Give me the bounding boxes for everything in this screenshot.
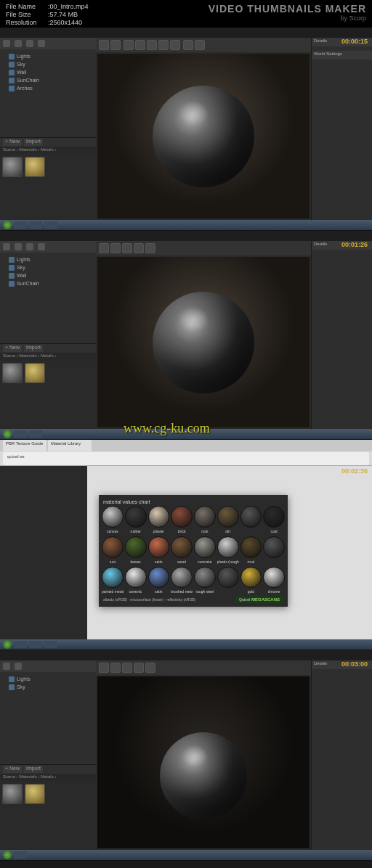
import-button[interactable]: Import	[24, 345, 43, 352]
place-mode-icon[interactable]	[3, 40, 10, 47]
settings-button[interactable]	[122, 243, 132, 253]
viewport[interactable]	[97, 54, 310, 218]
place-mode-icon[interactable]	[3, 663, 10, 670]
page-content[interactable]: material values chart canvasrubberplaste…	[87, 466, 372, 639]
material-thumb-gold[interactable]	[25, 363, 45, 383]
modes-bar[interactable]	[0, 241, 96, 253]
content-browser[interactable]: + New Import Scene › Materials › Metals …	[0, 344, 96, 429]
material-thumb-gold[interactable]	[25, 157, 45, 177]
paint-mode-icon[interactable]	[15, 663, 22, 670]
start-button[interactable]	[3, 640, 12, 649]
address-bar[interactable]: quixel.se	[3, 452, 369, 465]
breadcrumb[interactable]: Scene › Materials › Metals ›	[0, 774, 96, 782]
taskbar-item[interactable]	[14, 641, 27, 648]
settings-button[interactable]	[147, 40, 157, 50]
landscape-mode-icon[interactable]	[26, 243, 33, 250]
megascans-badge: Quixel MEGASCANS	[235, 596, 283, 603]
tree-item[interactable]: Sky	[3, 263, 93, 271]
scene-outliner[interactable]: Lights Sky	[0, 672, 96, 694]
windows-taskbar[interactable]	[0, 220, 372, 230]
tree-item[interactable]: Lights	[3, 52, 93, 60]
legend-micro: microsurface (linear)	[130, 597, 163, 602]
build-button[interactable]	[170, 40, 180, 50]
tree-item[interactable]: Wall	[3, 271, 93, 279]
paint-mode-icon[interactable]	[15, 243, 22, 250]
taskbar-item[interactable]	[29, 641, 42, 648]
world-settings-header[interactable]: World Settings	[312, 51, 372, 60]
material-thumb-steel[interactable]	[2, 157, 23, 177]
content-browser[interactable]: + New Import Scene › Materials › Metals …	[0, 138, 96, 220]
taskbar-item[interactable]	[29, 221, 42, 229]
new-button[interactable]: + New	[3, 139, 22, 146]
marketplace-button[interactable]	[135, 40, 145, 50]
start-button[interactable]	[3, 851, 12, 859]
taskbar-item[interactable]	[44, 221, 57, 229]
taskbar-item[interactable]	[14, 851, 27, 859]
windows-taskbar[interactable]	[0, 639, 372, 650]
breadcrumb[interactable]: Scene › Materials › Metals ›	[0, 147, 96, 155]
save-button[interactable]	[99, 40, 109, 50]
save-button[interactable]	[99, 663, 109, 673]
save-button[interactable]	[99, 243, 109, 253]
play-button[interactable]	[183, 40, 193, 50]
taskbar-item[interactable]	[44, 641, 57, 648]
play-button[interactable]	[145, 243, 155, 253]
preview-sphere	[160, 732, 247, 819]
landscape-mode-icon[interactable]	[26, 40, 33, 47]
modes-bar[interactable]	[0, 38, 96, 49]
material-thumb-gold[interactable]	[25, 784, 45, 804]
tree-item[interactable]: Lights	[3, 255, 93, 263]
meta-key-filename: File Name	[6, 3, 48, 11]
actor-icon	[9, 684, 15, 690]
launch-button[interactable]	[195, 40, 205, 50]
new-button[interactable]: + New	[3, 345, 22, 352]
taskbar-item[interactable]	[29, 430, 42, 438]
taskbar-item[interactable]	[14, 221, 27, 229]
settings-button[interactable]	[122, 663, 132, 673]
place-mode-icon[interactable]	[3, 243, 10, 250]
play-button[interactable]	[145, 663, 155, 673]
browser-tab[interactable]: PBR Texture Guide	[3, 440, 46, 451]
windows-taskbar[interactable]	[0, 850, 372, 860]
scene-outliner[interactable]: Lights Sky Wall SunChain Arches	[0, 49, 96, 95]
content-button[interactable]	[110, 663, 121, 673]
modes-bar[interactable]	[0, 660, 96, 672]
material-thumb-steel[interactable]	[2, 363, 23, 383]
start-button[interactable]	[3, 430, 12, 438]
build-button[interactable]	[134, 243, 144, 253]
material-label: painted metal	[102, 589, 124, 594]
tree-item[interactable]: Wall	[3, 68, 93, 76]
meta-key-res: Resolution	[6, 19, 48, 27]
source-control-button[interactable]	[110, 40, 121, 50]
tree-item[interactable]: Arches	[3, 84, 93, 92]
tree-item[interactable]: SunChain	[3, 279, 93, 287]
tree-item[interactable]: Sky	[3, 683, 93, 691]
foliage-mode-icon[interactable]	[38, 40, 45, 47]
breadcrumb[interactable]: Scene › Materials › Metals ›	[0, 353, 96, 361]
content-button[interactable]	[124, 40, 134, 50]
new-button[interactable]: + New	[3, 766, 22, 773]
main-toolbar	[96, 660, 311, 675]
tree-item[interactable]: Sky	[3, 60, 93, 68]
build-button[interactable]	[134, 663, 144, 673]
material-swatch-empty	[217, 567, 239, 589]
tree-item[interactable]: Lights	[3, 675, 93, 683]
viewport[interactable]	[97, 676, 310, 848]
material-thumb-steel[interactable]	[2, 784, 23, 804]
content-browser[interactable]: + New Import Scene › Materials › Metals …	[0, 765, 96, 850]
actor-icon	[9, 54, 15, 60]
start-button[interactable]	[3, 221, 12, 229]
foliage-mode-icon[interactable]	[38, 243, 45, 250]
viewport[interactable]	[97, 257, 310, 427]
blueprints-button[interactable]	[158, 40, 169, 50]
browser-tab[interactable]: Material Library	[48, 440, 92, 451]
scene-outliner[interactable]: Lights Sky Wall SunChain	[0, 253, 96, 290]
taskbar-item[interactable]	[14, 430, 27, 438]
content-button[interactable]	[110, 243, 121, 253]
material-swatch-painted metal: painted metal	[102, 567, 124, 589]
import-button[interactable]: Import	[24, 766, 43, 773]
import-button[interactable]: Import	[24, 139, 43, 146]
paint-mode-icon[interactable]	[15, 40, 22, 47]
material-swatch-ceramic: ceramic	[125, 567, 147, 589]
tree-item[interactable]: SunChain	[3, 76, 93, 84]
